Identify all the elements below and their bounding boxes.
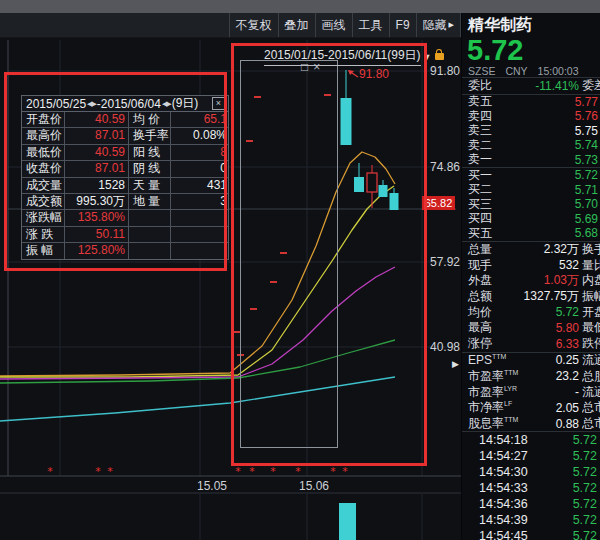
field-label: 最高价 [22,128,64,143]
field-value: 87.01 [64,161,128,176]
trade-rows[interactable]: 14:54:185.7214:54:275.7214:54:305.7214:5… [462,432,600,540]
field-value: 40.59 [64,145,128,160]
valuation-sup: LYR [504,385,517,392]
period-end-date: 2015/06/04 [101,97,161,111]
trading-app-window: 不复权 叠加 画线 工具 F9 隐藏▶ ********* 2015/01/15… [0,0,600,540]
stat-label2: 最低 [582,319,600,336]
field-value [170,243,228,258]
trade-row: 14:54:455.72 [462,528,600,540]
chart-canvas: ********* [0,0,461,540]
level-price: 5.69 [575,212,600,226]
y-axis-label: 57.92 [430,255,460,269]
zoom-selection-box[interactable] [240,60,338,448]
sidebar-collapse-arrow[interactable]: ▶ [452,359,459,369]
valuation-label2: 流通 [582,384,600,401]
valuation-label: 股息率TTM [468,415,518,432]
y-axis-label: 74.86 [430,160,460,174]
field-label: 阴 线 [128,161,170,176]
trade-price: 5.72 [573,465,600,479]
valuation-label: 市净率LF [468,399,512,416]
field-value: 135.80% [64,210,128,225]
field-value: 40.59 [64,112,128,127]
button-no-adjust[interactable]: 不复权 [229,13,278,37]
stat-value: 5.72 [556,305,579,319]
valuation-value: - [575,385,579,399]
level-price: 5.71 [575,183,600,197]
stat-value: 1.03万 [544,272,579,289]
button-draw-line[interactable]: 画线 [315,13,352,37]
valuation-label2: 总股 [582,368,600,385]
field-label: 天 量 [128,178,170,193]
stat-label: 总额 [468,288,492,305]
field-label: 成交量 [22,178,64,193]
stat-label: 外盘 [468,272,492,289]
stat-label2: 跌停 [582,335,600,352]
field-label [128,243,170,258]
stat-label2: 振幅 [582,288,600,305]
valuation-rows: EPSTTM0.25流通市盈率TTM23.2总股市盈率LYR-流通市净率LF2.… [462,353,600,432]
stat-row: 最高5.80最低 [462,320,600,336]
button-overlay[interactable]: 叠加 [278,13,315,37]
data-panel-row: 涨跌幅135.80% [22,209,228,225]
field-label: 涨跌幅 [22,210,64,225]
field-value: 1528 [64,178,128,193]
field-label [128,227,170,242]
trade-price: 5.72 [573,497,600,511]
button-label: 工具 [359,17,383,34]
field-label: 收盘价 [22,161,64,176]
button-f9[interactable]: F9 [389,13,416,37]
data-panel-row: 开盘价40.59均 价65.1 [22,112,228,127]
stat-value: 2.32万 [544,241,579,258]
exchange-label: SZSE [468,65,495,77]
field-label: 成交额 [22,194,64,209]
valuation-sup: LF [504,400,512,407]
svg-text:*: * [295,465,301,478]
field-label: 换手率 [128,128,170,143]
ratio-row: 委比 -11.41% 委差 [462,78,600,94]
stat-label: 总量 [468,241,492,258]
trade-row: 14:54:365.72 [462,496,600,512]
trade-time: 14:54:33 [462,481,528,495]
chevron-down-icon[interactable]: ▼ [423,52,432,62]
stat-value: 6.33 [556,337,579,351]
stat-row: 总额1327.75万振幅 [462,289,600,305]
level-price: 5.70 [575,197,600,211]
data-panel-rows: 开盘价40.59均 价65.1最高价87.01换手率0.08%最低价40.59阳… [22,112,228,259]
maximize-icon[interactable]: □ [301,61,308,73]
field-value [170,227,228,242]
button-hide[interactable]: 隐藏▶ [416,13,461,37]
window-title-strip [0,0,600,13]
field-label: 开盘价 [22,112,64,127]
close-icon[interactable]: × [313,61,320,73]
quote-sidebar: 精华制药 5.72 SZSE CNY 15:00:03 委比 -11.41% 委… [461,13,600,540]
field-value: 995.30万 [64,194,128,209]
data-panel-row: 振 幅125.80% [22,242,228,258]
stat-row: 外盘1.03万内盘 [462,273,600,289]
last-price: 5.72 [462,35,600,65]
valuation-value: 0.88 [556,417,579,431]
date-spinner-icon[interactable]: ◀▶ [87,100,96,108]
stat-rows: 总量2.32万换手现手532量比外盘1.03万内盘总额1327.75万振幅均价5… [462,242,600,352]
trade-price: 5.72 [573,449,600,463]
button-tools[interactable]: 工具 [352,13,389,37]
x-axis-label: 15.06 [299,479,329,493]
date-spinner-icon[interactable]: ◀▶ [162,100,171,108]
valuation-label2: 总市 [582,399,600,416]
valuation-value: 23.2 [556,369,579,383]
bid-row: 买五5.68 [462,226,600,241]
ask-rows: 卖五5.77卖四5.76卖三5.75卖二5.74卖一5.73 [462,95,600,168]
valuation-value: 0.25 [556,353,579,367]
svg-text:*: * [47,465,53,478]
trade-time: 14:54:30 [462,465,528,479]
level-label: 卖一 [468,151,492,168]
level-price: 5.72 [575,168,600,182]
panel-close-icon[interactable]: × [212,97,225,110]
field-value: 65.1 [170,112,228,127]
period-stats-panel[interactable]: 2015/05/25 ◀▶ - 2015/06/04 ◀▶ (9日) × 开盘价… [21,95,229,260]
stat-label2: 开盘 [582,304,600,321]
period-start-date: 2015/05/25 [26,97,86,111]
date-range-selector[interactable]: 2015/01/15-2015/06/11(99日) ▼ [264,47,444,66]
trade-time: 14:54:27 [462,449,528,463]
trade-time: 14:54:36 [462,497,528,511]
lock-icon[interactable] [435,53,444,60]
